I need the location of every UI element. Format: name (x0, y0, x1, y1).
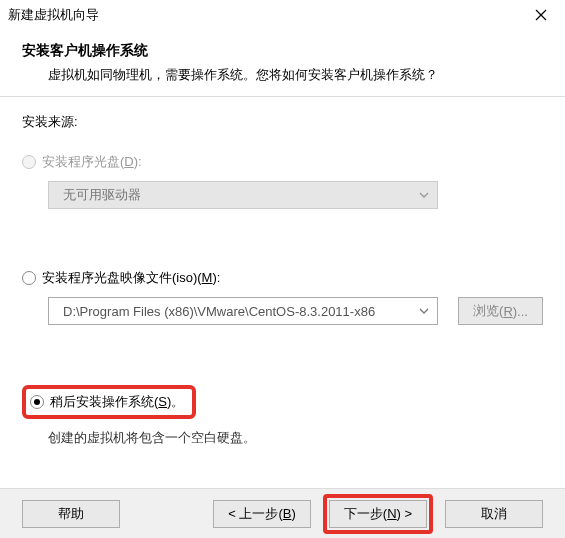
disc-dropdown: 无可用驱动器 (48, 181, 438, 209)
titlebar: 新建虚拟机向导 (0, 0, 565, 30)
wizard-footer: 帮助 < 上一步(B) 下一步(N) > 取消 (0, 488, 565, 538)
radio-iso[interactable] (22, 271, 36, 285)
disc-dropdown-text: 无可用驱动器 (49, 186, 411, 204)
option-iso[interactable]: 安装程序光盘映像文件(iso)(M): (22, 269, 543, 287)
help-button[interactable]: 帮助 (22, 500, 120, 528)
next-button-highlight: 下一步(N) > (323, 494, 433, 534)
chevron-down-icon (411, 192, 437, 198)
source-label: 安装来源: (22, 113, 543, 131)
wizard-content: 安装来源: 安装程序光盘(D): 无可用驱动器 安装程序光盘映像文件(iso)(… (0, 97, 565, 447)
option-later-highlight: 稍后安装操作系统(S)。 (22, 385, 196, 419)
browse-button[interactable]: 浏览(R)... (458, 297, 543, 325)
close-icon (535, 9, 547, 21)
header-desc: 虚拟机如同物理机，需要操作系统。您将如何安装客户机操作系统？ (22, 66, 543, 84)
close-button[interactable] (521, 0, 561, 30)
option-disc: 安装程序光盘(D): (22, 153, 543, 171)
iso-path-dropdown[interactable]: D:\Program Files (x86)\VMware\CentOS-8.3… (48, 297, 438, 325)
option-later[interactable]: 稍后安装操作系统(S)。 (30, 393, 184, 411)
option-later-label: 稍后安装操作系统(S)。 (50, 393, 184, 411)
window-title: 新建虚拟机向导 (8, 6, 99, 24)
radio-later[interactable] (30, 395, 44, 409)
cancel-button[interactable]: 取消 (445, 500, 543, 528)
radio-disc (22, 155, 36, 169)
next-button[interactable]: 下一步(N) > (329, 500, 427, 528)
iso-path-text: D:\Program Files (x86)\VMware\CentOS-8.3… (49, 304, 411, 319)
wizard-header: 安装客户机操作系统 虚拟机如同物理机，需要操作系统。您将如何安装客户机操作系统？ (0, 30, 565, 96)
back-button[interactable]: < 上一步(B) (213, 500, 311, 528)
option-disc-label: 安装程序光盘(D): (42, 153, 142, 171)
option-later-hint: 创建的虚拟机将包含一个空白硬盘。 (48, 429, 543, 447)
option-iso-label: 安装程序光盘映像文件(iso)(M): (42, 269, 220, 287)
header-title: 安装客户机操作系统 (22, 42, 543, 60)
chevron-down-icon (411, 308, 437, 314)
